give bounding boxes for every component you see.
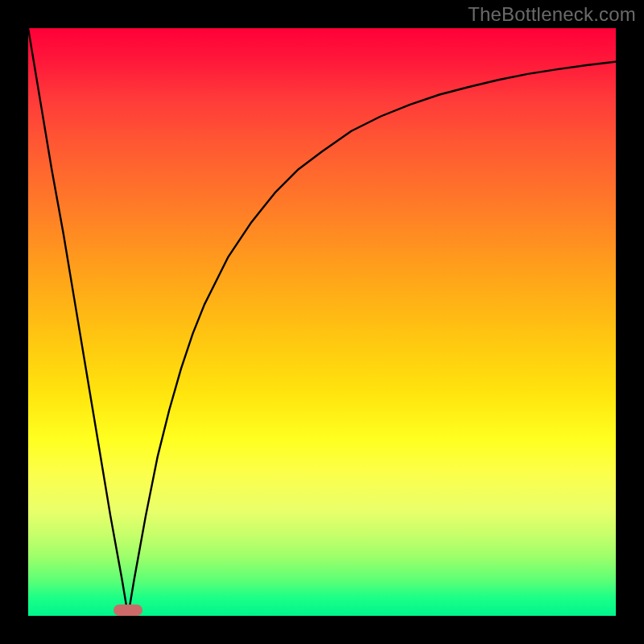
watermark-text: TheBottleneck.com (468, 3, 636, 26)
curve-svg (28, 28, 616, 616)
plot-area (28, 28, 616, 616)
minimum-marker (114, 605, 143, 616)
curve-path (28, 28, 616, 616)
chart-frame: TheBottleneck.com (0, 0, 644, 644)
